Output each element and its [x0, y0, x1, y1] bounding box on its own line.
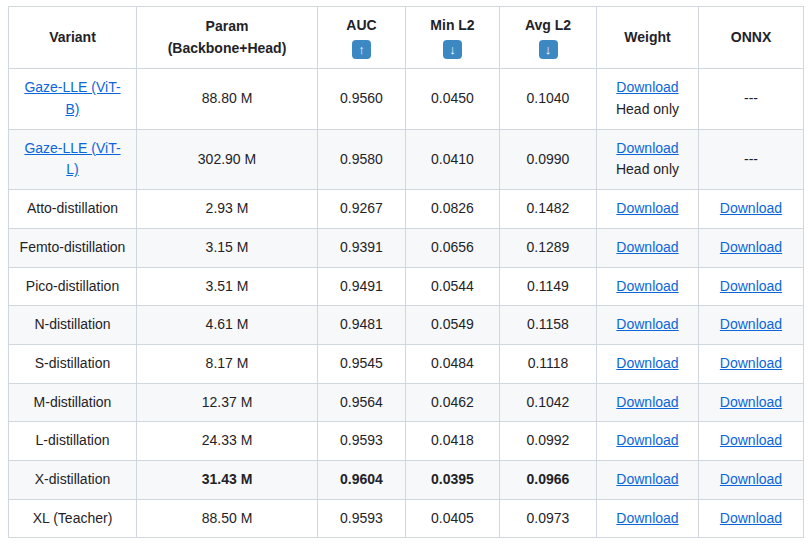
onnx-download-link[interactable]: Download [720, 432, 782, 448]
param-cell-value: 31.43 M [202, 471, 253, 487]
weight-download-link[interactable]: Download [616, 510, 678, 526]
onnx-cell: Download [699, 344, 804, 383]
variant-cell: S-distillation [9, 344, 137, 383]
down-arrow-icon [539, 40, 558, 59]
min-l2-cell: 0.0544 [406, 267, 500, 306]
min-l2-cell: 0.0418 [406, 422, 500, 461]
onnx-cell: --- [699, 129, 804, 189]
table-row: Atto-distillation2.93 M0.92670.08260.148… [9, 190, 804, 229]
table-row: Femto-distillation3.15 M0.93910.06560.12… [9, 228, 804, 267]
onnx-placeholder: --- [744, 90, 758, 106]
table-row: M-distillation12.37 M0.95640.04620.1042D… [9, 383, 804, 422]
avg-l2-cell-value: 0.1158 [527, 316, 569, 332]
onnx-download-link[interactable]: Download [720, 355, 782, 371]
col-sublabel: (Backbone+Head) [147, 38, 307, 60]
param-cell-value: 24.33 M [202, 432, 253, 448]
variant-link[interactable]: Gaze-LLE (ViT-L) [24, 140, 120, 178]
param-cell-value: 3.51 M [206, 278, 249, 294]
avg-l2-cell: 0.0966 [500, 460, 597, 499]
avg-l2-cell: 0.1158 [500, 306, 597, 345]
min-l2-cell-value: 0.0544 [431, 278, 474, 294]
min-l2-cell-value: 0.0405 [431, 510, 474, 526]
onnx-download-link[interactable]: Download [720, 316, 782, 332]
col-label: Param [147, 16, 307, 38]
weight-cell: DownloadHead only [597, 69, 699, 129]
avg-l2-cell: 0.1118 [500, 344, 597, 383]
table-body: Gaze-LLE (ViT-B)88.80 M0.95600.04500.104… [9, 69, 804, 538]
avg-l2-cell-value: 0.1482 [527, 200, 570, 216]
weight-download-link[interactable]: Download [616, 239, 678, 255]
param-cell-value: 88.80 M [202, 90, 253, 106]
onnx-cell: Download [699, 190, 804, 229]
table-row: Gaze-LLE (ViT-B)88.80 M0.95600.04500.104… [9, 69, 804, 129]
variant-cell: Gaze-LLE (ViT-L) [9, 129, 137, 189]
col-label: Avg L2 [510, 15, 586, 37]
variant-label: L-distillation [36, 432, 110, 448]
variant-label: Femto-distillation [20, 239, 126, 255]
onnx-download-link[interactable]: Download [720, 200, 782, 216]
col-header-avg-l2: Avg L2 [500, 7, 597, 69]
auc-cell-value: 0.9593 [340, 510, 383, 526]
col-header-variant: Variant [9, 7, 137, 69]
onnx-cell: Download [699, 383, 804, 422]
min-l2-cell: 0.0450 [406, 69, 500, 129]
onnx-cell: Download [699, 306, 804, 345]
weight-note: Head only [607, 159, 688, 181]
auc-cell-value: 0.9564 [340, 394, 383, 410]
weight-download-link[interactable]: Download [616, 355, 678, 371]
param-cell: 8.17 M [137, 344, 318, 383]
onnx-download-link[interactable]: Download [720, 510, 782, 526]
weight-note: Head only [607, 99, 688, 121]
col-label: Variant [49, 29, 96, 45]
onnx-download-link[interactable]: Download [720, 239, 782, 255]
auc-cell-value: 0.9391 [340, 239, 383, 255]
avg-l2-cell-value: 0.1149 [527, 278, 569, 294]
variant-link[interactable]: Gaze-LLE (ViT-B) [24, 79, 120, 117]
auc-cell-value: 0.9593 [340, 432, 383, 448]
weight-download-link[interactable]: Download [616, 200, 678, 216]
auc-cell: 0.9580 [318, 129, 406, 189]
param-cell: 3.15 M [137, 228, 318, 267]
auc-cell-value: 0.9604 [340, 471, 383, 487]
param-cell: 88.50 M [137, 499, 318, 538]
weight-cell: Download [597, 306, 699, 345]
auc-cell-value: 0.9560 [340, 90, 383, 106]
auc-cell: 0.9564 [318, 383, 406, 422]
col-header-weight: Weight [597, 7, 699, 69]
onnx-download-link[interactable]: Download [720, 471, 782, 487]
variant-label: Atto-distillation [27, 200, 118, 216]
auc-cell-value: 0.9545 [340, 355, 383, 371]
min-l2-cell-value: 0.0549 [431, 316, 474, 332]
weight-download-link[interactable]: Download [616, 140, 678, 156]
weight-download-link[interactable]: Download [616, 471, 678, 487]
avg-l2-cell-value: 0.1118 [528, 355, 569, 371]
onnx-cell: Download [699, 499, 804, 538]
weight-download-link[interactable]: Download [616, 432, 678, 448]
variant-cell: N-distillation [9, 306, 137, 345]
weight-cell: Download [597, 499, 699, 538]
weight-download-link[interactable]: Download [616, 79, 678, 95]
param-cell: 24.33 M [137, 422, 318, 461]
variant-label: Pico-distillation [26, 278, 119, 294]
auc-cell: 0.9267 [318, 190, 406, 229]
min-l2-cell: 0.0410 [406, 129, 500, 189]
weight-cell: Download [597, 190, 699, 229]
variant-label: X-distillation [35, 471, 110, 487]
avg-l2-cell: 0.1040 [500, 69, 597, 129]
min-l2-cell: 0.0484 [406, 344, 500, 383]
param-cell: 88.80 M [137, 69, 318, 129]
onnx-download-link[interactable]: Download [720, 278, 782, 294]
weight-download-link[interactable]: Download [616, 316, 678, 332]
weight-download-link[interactable]: Download [616, 394, 678, 410]
table-row: X-distillation31.43 M0.96040.03950.0966D… [9, 460, 804, 499]
weight-cell: Download [597, 228, 699, 267]
onnx-download-link[interactable]: Download [720, 394, 782, 410]
col-label: Weight [624, 29, 670, 45]
variant-cell: XL (Teacher) [9, 499, 137, 538]
param-cell-value: 302.90 M [198, 151, 256, 167]
min-l2-cell: 0.0549 [406, 306, 500, 345]
param-cell: 31.43 M [137, 460, 318, 499]
weight-download-link[interactable]: Download [616, 278, 678, 294]
col-header-min-l2: Min L2 [406, 7, 500, 69]
weight-cell: Download [597, 267, 699, 306]
